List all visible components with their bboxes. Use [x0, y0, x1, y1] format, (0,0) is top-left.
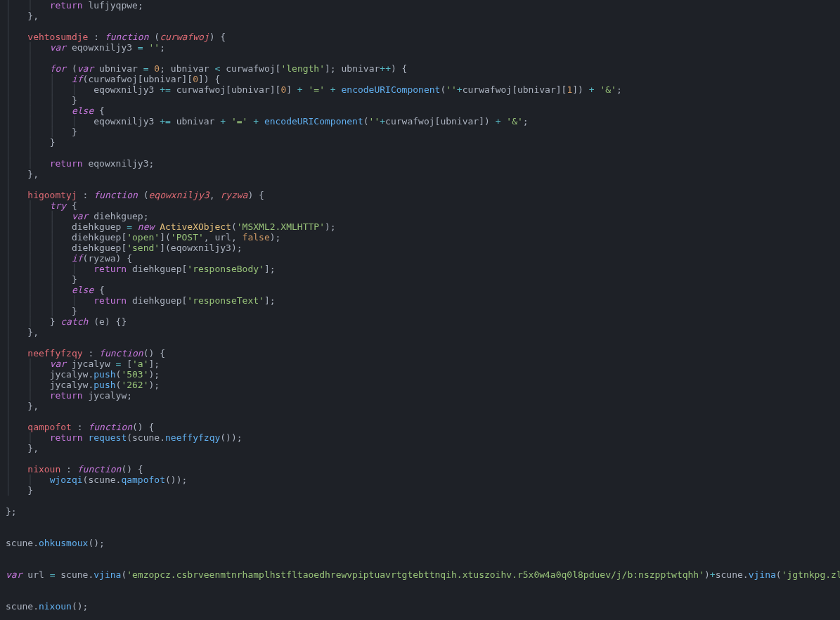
keyword-return: return — [50, 0, 83, 11]
method-qampofot: qampofot — [27, 422, 72, 432]
method-higoomtyj: higoomtyj — [27, 190, 77, 200]
method-neeffyfzqy: neeffyfzqy — [27, 348, 82, 359]
method-vehtosumdje: vehtosumdje — [27, 32, 88, 42]
code-editor[interactable]: │ │ return lufjyqpwe; │ }, │ │ vehtosumd… — [0, 0, 840, 612]
method-nixoun: nixoun — [27, 464, 60, 474]
